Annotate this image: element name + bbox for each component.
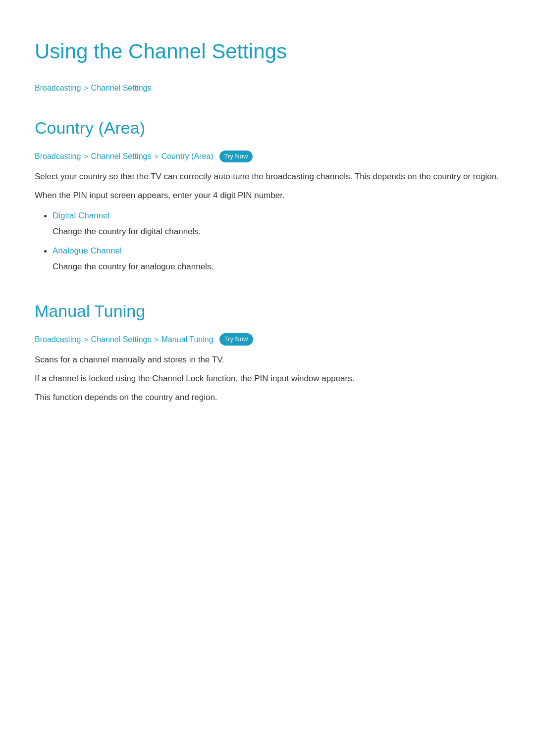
section-title-manual-tuning: Manual Tuning [35,298,500,324]
page-title: Using the Channel Settings [35,35,500,68]
breadcrumb-mt-link2[interactable]: Channel Settings [91,333,152,346]
breadcrumb-ca-link1[interactable]: Broadcasting [35,150,81,163]
breadcrumb-top: Broadcasting > Channel Settings [35,82,500,95]
bullet-digital-channel: Digital Channel Change the country for d… [53,208,500,239]
breadcrumb-mt-link3[interactable]: Manual Tuning [161,333,214,346]
section-manual-tuning: Manual Tuning Broadcasting > Channel Set… [35,298,500,404]
try-now-badge-manual[interactable]: Try Now [219,333,253,346]
breadcrumb-country-area: Broadcasting > Channel Settings > Countr… [35,150,500,163]
section-title-country-area: Country (Area) [35,114,500,141]
manual-tuning-para1: Scans for a channel manually and stores … [35,353,500,367]
breadcrumb-mt-sep1: > [84,334,88,345]
breadcrumb-ca-link2[interactable]: Channel Settings [91,150,152,163]
analogue-channel-desc: Change the country for analogue channels… [53,260,500,274]
breadcrumb-separator-1: > [84,83,88,94]
breadcrumb-ca-link3[interactable]: Country (Area) [161,150,214,163]
section-country-area: Country (Area) Broadcasting > Channel Se… [35,114,500,274]
digital-channel-desc: Change the country for digital channels. [53,225,500,239]
country-area-bullet-list: Digital Channel Change the country for d… [35,208,500,274]
breadcrumb-broadcasting[interactable]: Broadcasting [35,82,81,95]
breadcrumb-ca-sep1: > [84,151,88,162]
try-now-badge-country[interactable]: Try Now [219,151,253,163]
digital-channel-link[interactable]: Digital Channel [53,211,109,220]
country-area-para1: Select your country so that the TV can c… [35,170,500,184]
country-area-para2: When the PIN input screen appears, enter… [35,189,500,202]
manual-tuning-para3: This function depends on the country and… [35,391,500,404]
breadcrumb-manual-tuning: Broadcasting > Channel Settings > Manual… [35,333,500,346]
breadcrumb-mt-sep2: > [154,334,158,345]
analogue-channel-link[interactable]: Analogue Channel [53,246,122,255]
bullet-analogue-channel: Analogue Channel Change the country for … [53,244,500,274]
manual-tuning-para2: If a channel is locked using the Channel… [35,372,500,386]
breadcrumb-ca-sep2: > [154,151,158,162]
breadcrumb-channel-settings[interactable]: Channel Settings [91,82,152,95]
breadcrumb-mt-link1[interactable]: Broadcasting [35,333,81,346]
